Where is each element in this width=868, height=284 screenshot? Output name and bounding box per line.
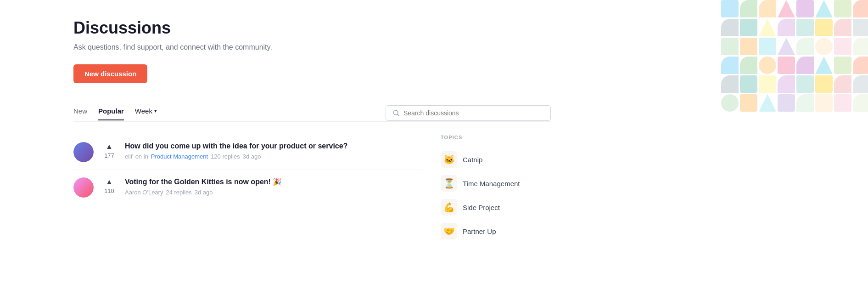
list-item[interactable]: 🐱 Catnip <box>441 148 551 171</box>
mosaic-cell <box>796 38 814 55</box>
mosaic-cell <box>759 19 776 36</box>
table-row: ▲ 177 How did you come up with the idea … <box>73 135 422 170</box>
topic-emoji: 💪 <box>441 199 457 216</box>
list-item[interactable]: ⏳ Time Management <box>441 171 551 195</box>
mosaic-cell <box>796 19 814 36</box>
meta-preposition: on in <box>135 153 148 160</box>
mosaic-cell <box>853 57 868 74</box>
mosaic-cell <box>740 0 757 17</box>
mosaic-cell <box>721 57 739 74</box>
mosaic-cell <box>759 38 776 55</box>
mosaic-cell <box>796 0 814 17</box>
mosaic-cell <box>721 94 739 112</box>
topic-label: Catnip <box>463 156 482 164</box>
mosaic-cell <box>721 75 739 93</box>
chevron-down-icon: ▾ <box>154 108 157 114</box>
upvote-button[interactable]: ▲ <box>106 178 113 186</box>
discussion-title[interactable]: Voting for the Golden Kitties is now ope… <box>125 177 422 186</box>
meta-time: 3d ago <box>195 189 213 196</box>
new-discussion-button[interactable]: New discussion <box>73 64 147 83</box>
meta-time: 3d ago <box>243 153 261 160</box>
table-row: ▲ 110 Voting for the Golden Kitties is n… <box>73 170 422 205</box>
mosaic-cell <box>834 57 851 74</box>
upvote-button[interactable]: ▲ <box>106 143 113 150</box>
discussion-list: ▲ 177 How did you come up with the idea … <box>73 135 422 243</box>
replies-count: 24 replies <box>166 189 191 196</box>
search-wrapper <box>386 105 551 121</box>
mosaic-cell <box>778 0 795 17</box>
mosaic-cell <box>759 0 776 17</box>
topic-emoji: 🤝 <box>441 223 457 239</box>
discussion-meta: Aaron O'Leary 24 replies 3d ago <box>125 189 422 196</box>
mosaic-cell <box>759 94 776 112</box>
sidebar-topics: TOPICS 🐱 Catnip ⏳ Time Management 💪 Side… <box>441 135 551 243</box>
week-label: Week <box>135 107 152 115</box>
mosaic-cell <box>815 38 833 55</box>
mosaic-cell <box>853 0 868 17</box>
mosaic-cell <box>834 0 851 17</box>
filter-bar: New Popular Week ▾ <box>73 105 551 122</box>
topic-label: Time Management <box>463 180 520 187</box>
list-item[interactable]: 🤝 Partner Up <box>441 219 551 243</box>
mosaic-cell <box>815 75 833 93</box>
page-subtitle: Ask questions, find support, and connect… <box>73 43 551 51</box>
topic-label: Side Project <box>463 204 500 211</box>
mosaic-cell <box>796 94 814 112</box>
discussion-body: Voting for the Golden Kitties is now ope… <box>125 177 422 196</box>
discussion-meta: elif on in Product Management 120 replie… <box>125 153 422 160</box>
mosaic-cell <box>834 75 851 93</box>
search-input[interactable] <box>403 109 544 117</box>
vote-section: ▲ 110 <box>101 177 118 194</box>
mosaic-cell <box>721 38 739 55</box>
mosaic-cell <box>721 19 739 36</box>
tab-new[interactable]: New <box>73 107 87 120</box>
avatar-image <box>73 142 94 162</box>
tab-week[interactable]: Week ▾ <box>135 107 157 119</box>
mosaic-cell <box>815 94 833 112</box>
vote-section: ▲ 177 <box>101 142 118 159</box>
mosaic-cell <box>759 57 776 74</box>
list-item[interactable]: 💪 Side Project <box>441 195 551 219</box>
mosaic-cell <box>778 57 795 74</box>
vote-count: 110 <box>104 187 114 194</box>
mosaic-cell <box>759 75 776 93</box>
page-wrapper: Discussions Ask questions, find support,… <box>0 0 868 284</box>
mosaic-cell <box>778 94 795 112</box>
discussion-category[interactable]: Product Management <box>151 153 208 160</box>
mosaic-cell <box>853 19 868 36</box>
replies-count: 120 replies <box>211 153 240 160</box>
mosaic-cell <box>778 38 795 55</box>
discussion-author: elif <box>125 153 133 160</box>
discussion-title[interactable]: How did you come up with the idea for yo… <box>125 142 422 150</box>
mosaic-cell <box>815 19 833 36</box>
mosaic-cell <box>740 75 757 93</box>
mosaic-cell <box>740 94 757 112</box>
mosaic-cell <box>853 38 868 55</box>
tab-popular[interactable]: Popular <box>98 107 124 120</box>
svg-point-0 <box>393 110 398 115</box>
avatar <box>73 142 94 162</box>
discussions-area: ▲ 177 How did you come up with the idea … <box>73 135 551 243</box>
topics-list: 🐱 Catnip ⏳ Time Management 💪 Side Projec… <box>441 148 551 243</box>
mosaic-cell <box>815 57 833 74</box>
mosaic-cell <box>853 94 868 112</box>
avatar <box>73 177 94 198</box>
topic-emoji: 🐱 <box>441 151 457 168</box>
mosaic-cell <box>721 0 739 17</box>
mosaic-cell <box>834 94 851 112</box>
mosaic-cell <box>740 19 757 36</box>
search-container <box>386 105 551 121</box>
mosaic-cell <box>740 57 757 74</box>
page-title: Discussions <box>73 18 551 38</box>
topics-heading: TOPICS <box>441 135 551 140</box>
mosaic-cell <box>853 75 868 93</box>
mosaic-cell <box>796 75 814 93</box>
main-content: Discussions Ask questions, find support,… <box>0 0 551 284</box>
mosaic-cell <box>778 75 795 93</box>
mosaic-cell <box>778 19 795 36</box>
svg-line-1 <box>398 114 399 116</box>
mosaic-cell <box>815 0 833 17</box>
avatar-image <box>73 177 94 198</box>
mosaic-cell <box>834 38 851 55</box>
discussion-body: How did you come up with the idea for yo… <box>125 142 422 160</box>
